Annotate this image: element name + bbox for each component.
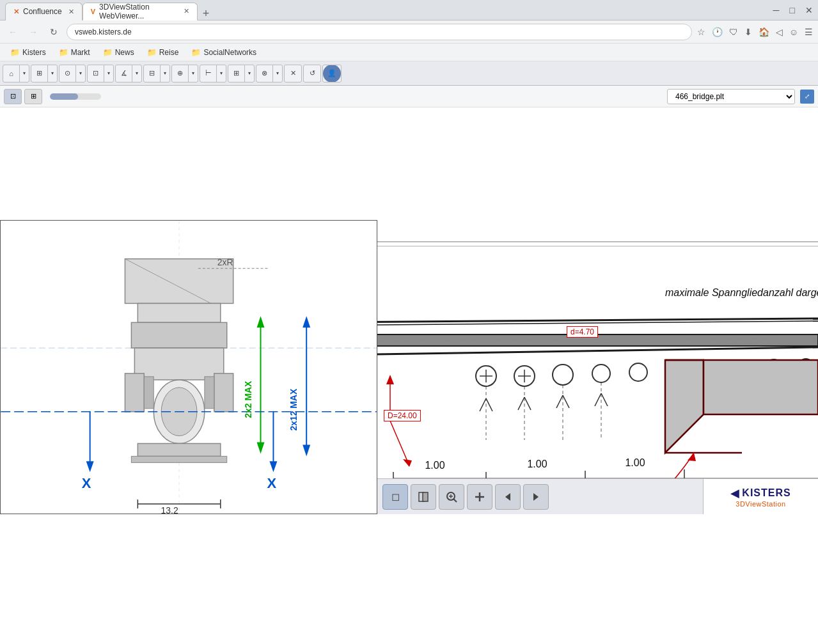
toolbar-dropdown-9[interactable]: ▾ <box>245 65 254 82</box>
bookmark-reise[interactable]: 📁 Reise <box>142 47 184 58</box>
folder-icon: 📁 <box>191 48 201 57</box>
bookmark-news-label: News <box>115 48 134 57</box>
bookmark-reise-label: Reise <box>159 48 179 57</box>
bookmark-icon[interactable]: ☆ <box>697 27 705 37</box>
download-icon[interactable]: ⬇ <box>744 27 752 37</box>
svg-marker-131 <box>533 493 539 501</box>
menu-icon[interactable]: ☰ <box>805 27 813 37</box>
address-bar: ← → ↻ ☆ 🕐 🛡 ⬇ 🏠 ◁ ☺ ☰ <box>0 20 818 43</box>
svg-rect-88 <box>131 322 226 348</box>
toolbar-dropdown-7[interactable]: ▾ <box>189 65 198 82</box>
svg-rect-94 <box>125 373 144 412</box>
back-arrow-icon[interactable]: ◁ <box>776 27 783 37</box>
toolbar-dropdown-1[interactable]: ▾ <box>20 65 29 82</box>
back-nav-button[interactable] <box>495 484 521 510</box>
svg-rect-93 <box>131 456 226 462</box>
address-input[interactable] <box>67 24 692 40</box>
svg-rect-123 <box>423 492 428 501</box>
history-icon[interactable]: 🕐 <box>712 27 723 37</box>
folder-icon: 📁 <box>59 48 68 57</box>
toolbar-dropdown-8[interactable]: ▾ <box>217 65 226 82</box>
forward-button[interactable]: → <box>26 24 41 40</box>
toolbar-btn-view[interactable]: ⊡ <box>88 65 104 82</box>
refresh-button[interactable]: ↻ <box>46 24 61 40</box>
add-tool-button[interactable] <box>467 484 492 510</box>
home-icon[interactable]: 🏠 <box>759 27 769 37</box>
progress-bar <box>50 93 101 100</box>
maximize-icon[interactable]: □ <box>790 5 795 15</box>
browser-titlebar: ✕ Confluence ✕ V 3DViewStation WebViewer… <box>0 0 818 20</box>
tab-bar: ✕ Confluence ✕ V 3DViewStation WebViewer… <box>5 0 214 20</box>
bookmark-socialnetworks[interactable]: 📁 SocialNetworks <box>186 47 262 58</box>
file-selector[interactable]: 466_bridge.plt <box>667 89 795 104</box>
bookmark-markt-label: Markt <box>71 48 90 57</box>
toolbar-group-4: ⊡ ▾ <box>87 65 114 82</box>
confluence-tab-label: Confluence <box>23 7 62 16</box>
svg-marker-69 <box>704 360 818 414</box>
zoom-tool-button[interactable] <box>439 484 464 510</box>
bookmark-kisters-label: Kisters <box>22 48 46 57</box>
toolbar-btn-plus[interactable]: ⊕ <box>172 65 189 82</box>
toolbar-btn-measure[interactable]: ∡ <box>116 65 132 82</box>
folder-icon: 📁 <box>147 48 157 57</box>
svg-text:X: X <box>267 475 276 491</box>
toolbar-btn-clip[interactable]: ⊞ <box>228 65 245 82</box>
dimension-d-text: d=4.70 <box>570 327 594 336</box>
svg-text:13.2: 13.2 <box>161 505 178 514</box>
new-tab-button[interactable]: + <box>198 7 215 20</box>
confluence-tab[interactable]: ✕ Confluence ✕ <box>5 3 83 20</box>
toolbar-btn-axis[interactable]: ⊢ <box>200 65 217 82</box>
view-toolbar: ⊡ ⊞ 466_bridge.plt ⤢ <box>0 86 818 107</box>
bookmark-kisters[interactable]: 📁 Kisters <box>5 47 51 58</box>
toolbar-group-9: ⊞ ▾ <box>228 65 255 82</box>
svg-marker-130 <box>505 493 510 501</box>
toolbar-btn-rotate[interactable]: ⊙ <box>59 65 76 82</box>
shield-icon: 🛡 <box>729 27 738 37</box>
folder-icon: 📁 <box>10 48 20 57</box>
toolbar-dropdown-10[interactable]: ▾ <box>273 65 282 82</box>
toolbar-group-13: 👤 <box>322 65 342 82</box>
inset-drawing-svg: X X X X 2x2 MAX 2x12 MAX 13.2 2xR <box>1 221 377 514</box>
toolbar-btn-annotate[interactable]: ⊗ <box>256 65 273 82</box>
toolbar-dropdown-2[interactable]: ▾ <box>48 65 57 82</box>
3dviewstation-tab-label: 3DViewStation WebViewer... <box>99 3 177 20</box>
toolbar-btn-refresh[interactable]: ↺ <box>304 65 320 82</box>
3dviewstation-tab-close[interactable]: ✕ <box>184 7 189 15</box>
confluence-tab-close[interactable]: ✕ <box>68 8 74 16</box>
toolbar-group-5: ∡ ▾ <box>115 65 142 82</box>
close-icon[interactable]: ✕ <box>805 5 813 15</box>
toolbar-dropdown-3[interactable]: ▾ <box>76 65 85 82</box>
dimension-D-text: D=24.00 <box>388 411 417 420</box>
bookmark-markt[interactable]: 📁 Markt <box>54 47 95 58</box>
toolbar-dropdown-5[interactable]: ▾ <box>132 65 141 82</box>
forward-nav-button[interactable] <box>523 484 549 510</box>
maximize-view-button[interactable]: ⤢ <box>800 90 814 104</box>
select-tool-button[interactable]: ◻ <box>382 484 408 510</box>
toolbar-btn-user[interactable]: 👤 <box>323 65 341 82</box>
3dviewstation-tab[interactable]: V 3DViewStation WebViewer... ✕ <box>83 3 198 20</box>
kisters-product-text: 3DViewStation <box>735 500 785 508</box>
toolbar-group-8: ⊢ ▾ <box>200 65 226 82</box>
minimize-icon[interactable]: ─ <box>773 5 780 15</box>
toolbar-dropdown-4[interactable]: ▾ <box>104 65 113 82</box>
bookmarks-bar: 📁 Kisters 📁 Markt 📁 News 📁 Reise 📁 Socia… <box>0 43 818 61</box>
bookmark-news[interactable]: 📁 News <box>98 47 139 58</box>
toolbar-group-12: ↺ <box>303 65 321 82</box>
toolbar-dropdown-6[interactable]: ▾ <box>161 65 169 82</box>
toolbar-group-6: ⊟ ▾ <box>143 65 170 82</box>
svg-text:X: X <box>82 475 91 491</box>
svg-rect-92 <box>138 443 220 456</box>
svg-line-125 <box>453 499 457 502</box>
view-btn-multi[interactable]: ⊞ <box>24 89 42 104</box>
toolbar-group-1: ⌂ ▾ <box>3 65 29 82</box>
view-btn-single[interactable]: ⊡ <box>4 89 22 104</box>
toolbar-btn-section[interactable]: ⊟ <box>144 65 161 82</box>
kisters-arrow-icon: ◀ <box>730 486 739 500</box>
toolbar-btn-delete[interactable]: ✕ <box>285 65 301 82</box>
section-tool-button[interactable] <box>411 484 436 510</box>
toolbar-btn-grid[interactable]: ⊞ <box>31 65 48 82</box>
toolbar-btn-home[interactable]: ⌂ <box>3 65 20 82</box>
back-button[interactable]: ← <box>5 24 20 40</box>
smiley-icon[interactable]: ☺ <box>789 27 798 37</box>
main-canvas: 10 <box>0 107 818 514</box>
